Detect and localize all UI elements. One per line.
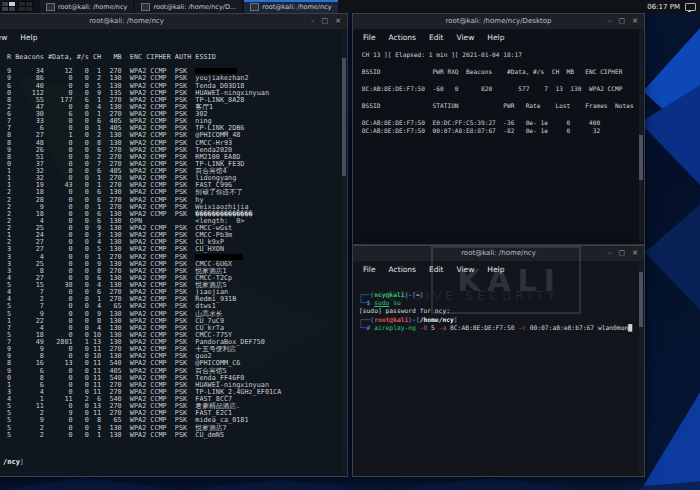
terminal-icon bbox=[250, 3, 259, 11]
close-button[interactable]: ✕ bbox=[632, 18, 638, 25]
terminal-line: CH 13 ][ Elapsed: 1 min ][ 2021-01-04 18… bbox=[358, 51, 634, 59]
airodump-all-networks-output: R Beacons #Data, #/s CH MB ENC CIPHER AU… bbox=[3, 54, 281, 439]
close-button[interactable]: ✕ bbox=[335, 18, 341, 25]
terminal-window-aireplay: root@kali: /home/ncy –□✕ FileActionsEdit… bbox=[352, 245, 645, 477]
terminal-line: └─$ sudo su bbox=[359, 299, 632, 307]
kali-wallpaper-watermark: KALI FENSIVE SECURITY bbox=[353, 246, 644, 476]
workspace-switcher-icon[interactable] bbox=[1, 1, 16, 12]
taskbar-button-1[interactable]: root@kali: /home/ncy/D... bbox=[135, 0, 242, 13]
terminal-window-airodump-scan: root@kali: /home/ncy –□✕ FileActionsEdit… bbox=[0, 13, 348, 477]
menu-edit[interactable]: Edit bbox=[429, 33, 444, 42]
essid: CU_dmNS bbox=[195, 431, 224, 439]
terminal-line: 8C:AB:8E:DE:F7:50 E0:DC:FF:C5:39:27 -36 … bbox=[358, 119, 634, 127]
terminal-line: BSSID STATION PWR Rate Lost Frames Notes bbox=[358, 102, 634, 110]
terminal-line: ┌──(ncy@kali)-[~] bbox=[359, 291, 632, 299]
menu-actions[interactable]: Actions bbox=[389, 33, 416, 42]
clock[interactable]: 06:17 PM bbox=[647, 3, 680, 11]
terminal-line: 8C:AB:8E:DE:F7:50 00:07:A8:E8:87:67 -82 … bbox=[358, 127, 634, 135]
top-right-terminal-menubar: FileActionsEditViewHelp bbox=[353, 30, 644, 44]
table-header: R Beacons #Data, #/s CH MB ENC CIPHER AU… bbox=[3, 54, 281, 61]
taskbar-button-label: root@kali: /home/ncy/D... bbox=[153, 3, 236, 11]
terminal-line: └─# aireplay-ng -0 5 -a 8C:AB:8E:DE:F7:5… bbox=[359, 324, 632, 332]
ap-row: 5 2 0 0 1 130 WPA2 CCMP PSK CU_dmNS bbox=[3, 432, 281, 439]
terminal-line bbox=[358, 59, 634, 67]
taskbar-button-2[interactable]: root@kali: /home/ncy bbox=[244, 0, 337, 13]
taskbar-button-0[interactable]: root@kali: /home/ncy bbox=[40, 0, 133, 13]
window-title: root@kali: /home/ncy/Desktop bbox=[446, 17, 552, 25]
menu-file[interactable]: File bbox=[363, 33, 376, 42]
left-terminal-menubar: FileActionsEditViewHelp bbox=[0, 30, 347, 44]
terminal-window-airodump-target: root@kali: /home/ncy/Desktop –□✕ FileAct… bbox=[352, 13, 645, 245]
shell-prompt-tail: /ncy] bbox=[3, 458, 24, 466]
terminal-line: ┌──(root@kali)-[/home/ncy] bbox=[359, 316, 632, 324]
minimize-button[interactable]: – bbox=[311, 18, 315, 25]
maximize-button[interactable]: □ bbox=[619, 18, 626, 25]
terminal-icon bbox=[46, 3, 55, 11]
menu-view[interactable]: View bbox=[457, 33, 475, 42]
left-window-titlebar[interactable]: root@kali: /home/ncy –□✕ bbox=[0, 14, 347, 30]
menu-view[interactable]: View bbox=[0, 33, 7, 42]
menu-help[interactable]: Help bbox=[20, 33, 37, 42]
terminal-line: [sudo] password for ncy: bbox=[359, 307, 632, 315]
display-icon[interactable] bbox=[685, 3, 696, 11]
menu-help[interactable]: Help bbox=[487, 33, 504, 42]
taskbar: root@kali: /home/ncyroot@kali: /home/ncy… bbox=[0, 0, 700, 13]
terminal-line: 8C:AB:8E:DE:F7:50 -60 0 820 577 7 13 130… bbox=[358, 85, 634, 93]
window-title: root@kali: /home/ncy bbox=[89, 17, 164, 25]
maximize-button[interactable]: □ bbox=[322, 18, 329, 25]
terminal-line: /ncy] bbox=[3, 458, 24, 466]
window-controls: –□✕ bbox=[311, 14, 341, 29]
essid: CU_HXON bbox=[195, 245, 224, 253]
aireplay-shell-output[interactable]: ┌──(ncy@kali)-[~]└─$ sudo su[sudo] passw… bbox=[359, 291, 632, 332]
taskbar-window-buttons: root@kali: /home/ncyroot@kali: /home/ncy… bbox=[40, 0, 340, 13]
top-right-window-titlebar[interactable]: root@kali: /home/ncy/Desktop –□✕ bbox=[353, 14, 644, 30]
scrollbar[interactable] bbox=[639, 30, 643, 242]
workspace-2-icon[interactable] bbox=[18, 1, 33, 12]
airodump-target-output: CH 13 ][ Elapsed: 1 min ][ 2021-01-04 18… bbox=[358, 51, 634, 136]
taskbar-button-label: root@kali: /home/ncy bbox=[262, 3, 331, 11]
taskbar-button-label: root@kali: /home/ncy bbox=[58, 3, 127, 11]
terminal-line bbox=[358, 110, 634, 118]
terminal-icon bbox=[141, 3, 150, 11]
terminal-line: BSSID PWR RXQ Beacons #Data, #/s CH MB E… bbox=[358, 68, 634, 76]
terminal-line bbox=[358, 76, 634, 84]
window-controls: –□✕ bbox=[608, 14, 638, 29]
scrollbar[interactable] bbox=[342, 30, 346, 474]
minimize-button[interactable]: – bbox=[608, 18, 612, 25]
terminal-line bbox=[358, 93, 634, 101]
